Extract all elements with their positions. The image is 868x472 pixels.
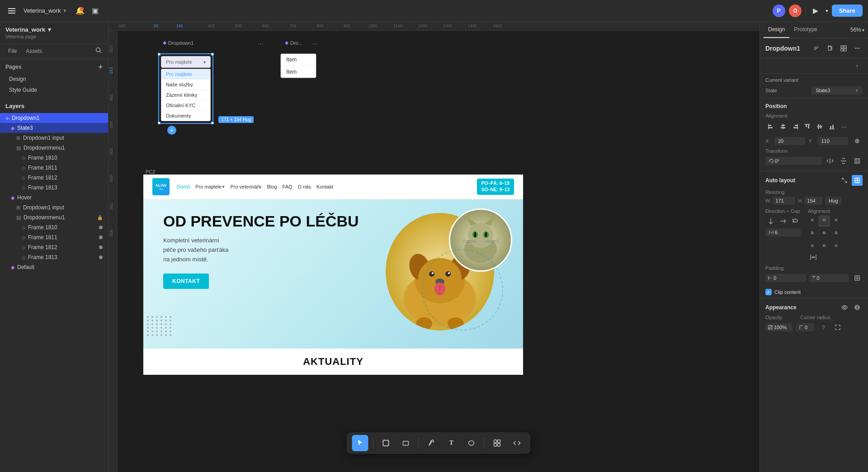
hug-label[interactable]: Hug [825,197,841,205]
align-middle-icon[interactable] [814,121,825,132]
layer-dropdown1-input-hover[interactable]: ⊞ Dropdown1 input [0,203,108,212]
nav-link-faq[interactable]: FAQ [283,184,292,189]
add-button[interactable]: + [167,126,176,135]
dir-right-icon[interactable] [778,216,788,227]
dropdown-open-component[interactable]: Pro majitele ▾ Pro majitele Naše služby … [158,53,254,135]
layer-frame1810-hover[interactable]: ◇ Frame 1810 [0,222,108,232]
corner-expand-icon[interactable] [832,322,843,333]
tab-design[interactable]: Design [764,22,789,38]
flip-h-icon[interactable] [825,156,835,166]
align-bl-icon[interactable] [808,239,819,250]
align-right-icon[interactable] [790,121,801,132]
align-distribute-icon[interactable] [808,252,819,263]
layer-frame1812[interactable]: ◇ Frame 1812 [0,173,108,183]
project-name[interactable]: Veterina_work [24,7,61,14]
state-value-select[interactable]: State3 ▾ [811,86,863,94]
align-bottom-icon[interactable] [826,121,837,132]
h-input[interactable]: 154 [804,197,822,205]
align-bc-icon[interactable] [819,239,830,250]
y-input[interactable]: 110 [818,137,849,145]
nav-link-promajitele[interactable]: Pro majitele ▾ [195,184,225,189]
padding-left-input[interactable]: 0 [765,274,806,282]
align-tl-icon[interactable] [808,216,819,227]
layer-frame1810[interactable]: ◇ Frame 1810 [0,153,108,163]
more-align-options[interactable]: ··· [839,121,849,132]
align-center-h-icon[interactable] [778,121,788,132]
tab-prototype[interactable]: Prototype [789,22,821,38]
fit-icon[interactable] [852,156,863,166]
copy-icon[interactable] [825,43,835,54]
layer-frame1813[interactable]: ◇ Frame 1813 [0,183,108,193]
mask-icon[interactable] [852,302,863,313]
align-ml-icon[interactable] [808,227,819,238]
align-top-icon[interactable] [802,121,813,132]
layer-dropdownmenu1-hover[interactable]: ▤ Dropdownmenu1 🔒 [0,212,108,222]
autolayout-resize-icon[interactable] [839,175,850,186]
w-input[interactable]: 171 [773,197,795,205]
hero-kontakt-button[interactable]: KONTAKT [163,274,209,289]
page-item-styleguide[interactable]: Style Guide [5,85,103,95]
layer-frame1811[interactable]: ◇ Frame 1811 [0,163,108,173]
nav-link-onas[interactable]: O nás [298,184,311,189]
components-tool[interactable] [489,435,505,451]
code-tool[interactable] [509,435,525,451]
padding-expand-icon[interactable] [852,273,863,283]
x-input[interactable]: 20 [774,137,805,145]
align-tc-icon[interactable] [819,216,830,227]
opacity-input[interactable]: 100% [765,323,793,331]
position-more-icon[interactable] [852,136,863,146]
layer-default[interactable]: ◆ Default [0,262,108,272]
layer-hover[interactable]: ◆ Hover [0,193,108,203]
play-btn[interactable]: ▶ [809,5,822,17]
layer-frame1813-hover[interactable]: ◇ Frame 1813 [0,252,108,262]
layer-dropdown1-input[interactable]: ⊞ Dropdown1 input [0,133,108,143]
rotate-input[interactable]: 0° [765,157,822,165]
dropdown-chevron[interactable]: ▾ [826,8,828,14]
zoom-level[interactable]: 56% ▾ [850,27,864,33]
layout-toggle[interactable]: ▣ [92,6,99,15]
text-tool[interactable]: T [443,435,460,451]
nav-link-domu[interactable]: Domů [177,184,190,189]
flip-v-icon[interactable] [838,156,849,166]
back-to-main-icon[interactable]: ↑ [852,61,863,71]
layer-frame1811-hover[interactable]: ◇ Frame 1811 [0,232,108,242]
help-icon[interactable]: ? [818,322,829,333]
frame-tool[interactable] [378,435,394,451]
menu-icon[interactable] [5,5,18,17]
grid-icon[interactable] [838,43,849,54]
ellipse-tool[interactable] [463,435,480,451]
layer-dropdown1[interactable]: ◆ Dropdown1 [0,113,108,123]
align-mr-icon[interactable] [830,227,840,238]
search-icon[interactable] [93,44,104,59]
align-br-icon[interactable] [830,239,840,250]
corner-input[interactable]: 0 [796,323,814,331]
share-button[interactable]: Share [832,5,863,17]
project-name-header[interactable]: Veterina_work ▾ [5,26,103,33]
layer-frame1812-hover[interactable]: ◇ Frame 1812 [0,242,108,252]
avatar-p[interactable]: P [773,5,785,17]
gap-input[interactable]: 6 [765,228,801,236]
avatar-o[interactable]: O [789,5,802,17]
more-options-icon[interactable]: ··· [258,40,263,47]
autolayout-settings-icon[interactable] [852,175,863,186]
nav-link-kontakt[interactable]: Kontakt [316,184,333,189]
page-item-design[interactable]: Design [5,74,103,85]
canvas-area[interactable]: -100 20 191 400 500 600 700 800 900 1000… [108,22,760,472]
align-mc-icon[interactable] [819,227,830,238]
more-options-icon2[interactable]: ··· [312,40,317,47]
breadcrumb-chevron[interactable]: ▾ [63,7,66,14]
dir-down-icon[interactable] [765,216,776,227]
visibility-icon[interactable] [839,302,850,313]
tab-file[interactable]: File [4,44,21,59]
more-options-icon[interactable]: ··· [852,43,863,54]
nav-link-blog[interactable]: Blog [267,184,277,189]
rect-tool[interactable] [398,435,414,451]
layer-state3[interactable]: ◆ State3 [0,123,108,133]
padding-top-input[interactable]: 0 [809,274,849,282]
notification-icon[interactable]: 🔔 [75,6,85,15]
dir-wrap-icon[interactable] [790,216,801,227]
nav-link-proveterinare[interactable]: Pro veterináře [230,184,261,189]
pen-tool[interactable] [424,435,440,451]
tab-assets[interactable]: Assets [21,44,47,59]
add-page-icon[interactable]: + [99,63,103,71]
